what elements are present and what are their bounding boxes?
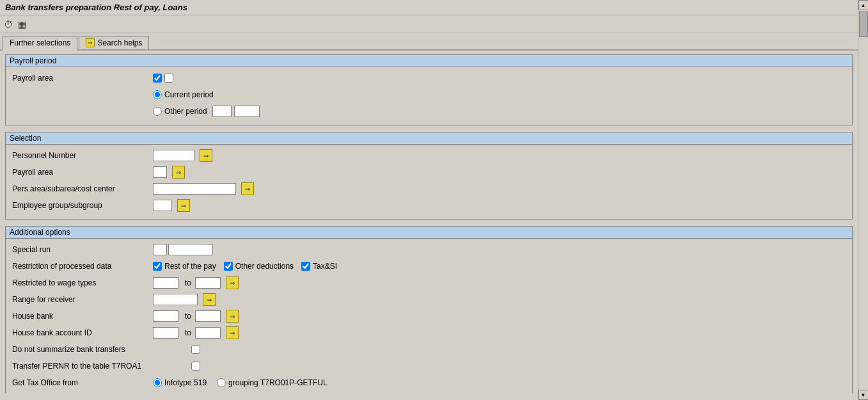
restriction-label: Restriction of processed data	[12, 262, 153, 271]
tab-bar: Further selections ⇒ Search helps	[0, 33, 868, 51]
house-bank-input1[interactable]	[153, 310, 178, 322]
employee-group-nav-btn[interactable]: ⇒	[177, 199, 190, 212]
additional-options-body: Special run Restriction of processed dat…	[6, 239, 852, 393]
get-tax-label: Get Tax Office from	[12, 378, 153, 387]
payroll-period-body: Payroll area Current period Other period	[6, 67, 852, 125]
other-period-label: Other period	[164, 107, 207, 116]
no-summarize-label: Do not summarize bank transfers	[12, 345, 191, 354]
other-period-radio[interactable]	[153, 107, 162, 116]
special-run-label: Special run	[12, 245, 153, 254]
get-tax-row: Get Tax Office from Infotype 519 groupin…	[12, 376, 846, 390]
grouping-label: grouping T7RO01P-GETFUL	[228, 378, 327, 387]
personnel-number-input[interactable]	[153, 150, 194, 161]
search-helps-label: Search helps	[97, 38, 142, 47]
current-period-radio[interactable]	[153, 90, 162, 99]
personnel-number-nav-btn[interactable]: ⇒	[200, 149, 212, 162]
range-receiver-input[interactable]	[153, 294, 198, 305]
pers-area-label: Pers.area/subarea/cost center	[12, 184, 153, 193]
house-bank-account-row: House bank account ID to ⇒	[12, 326, 846, 340]
current-period-label: Current period	[164, 90, 214, 99]
other-period-row: Other period	[12, 104, 846, 118]
house-bank-nav-btn[interactable]: ⇒	[226, 310, 239, 323]
transfer-pernr-checkbox[interactable]	[191, 362, 200, 371]
tax-si-text: Tax&SI	[313, 262, 337, 271]
pers-area-nav-btn[interactable]: ⇒	[241, 182, 254, 195]
restricted-wage-nav-btn[interactable]: ⇒	[226, 276, 239, 289]
current-period-row: Current period	[12, 88, 846, 102]
special-run-row: Special run	[12, 243, 846, 257]
restricted-wage-label: Restricted to wage types	[12, 278, 153, 287]
house-bank-account-input2[interactable]	[195, 327, 221, 339]
scroll-up-arrow[interactable]: ▲	[858, 0, 869, 10]
house-bank-account-label: House bank account ID	[12, 328, 153, 337]
page-title: Bank transfers preparation Rest of pay, …	[5, 3, 187, 12]
to-label3: to	[185, 328, 191, 337]
to-label1: to	[185, 278, 191, 287]
additional-options-header: Additional options	[6, 227, 852, 239]
employee-group-label: Employee group/subgroup	[12, 201, 153, 210]
selection-header: Selection	[6, 132, 852, 145]
search-helps-tab[interactable]: ⇒ Search helps	[79, 36, 149, 49]
pers-area-row: Pers.area/subarea/cost center ⇒	[12, 182, 846, 196]
selection-payroll-area-input[interactable]	[153, 166, 167, 178]
title-bar: Bank transfers preparation Rest of pay, …	[0, 0, 868, 15]
employee-group-row: Employee group/subgroup ⇒	[12, 198, 846, 212]
restricted-wage-row: Restricted to wage types to ⇒	[12, 276, 846, 290]
other-deductions-checkbox[interactable]	[224, 262, 233, 271]
payroll-period-header: Payroll period	[6, 55, 852, 67]
payroll-area-row: Payroll area	[12, 71, 846, 85]
no-summarize-checkbox[interactable]	[191, 345, 200, 354]
payroll-area-label: Payroll area	[12, 74, 153, 83]
special-run-input1[interactable]	[153, 244, 167, 255]
toolbar: ⏱ ▦	[0, 15, 868, 33]
selection-body: Personnel Number ⇒ Payroll area ⇒ Pers.a…	[6, 145, 852, 219]
grouping-radio[interactable]	[217, 378, 226, 387]
restricted-wage-input2[interactable]	[195, 277, 221, 289]
house-bank-label: House bank	[12, 312, 153, 321]
special-run-input2[interactable]	[168, 244, 213, 255]
to-label2: to	[185, 312, 191, 321]
restriction-row: Restriction of processed data Rest of th…	[12, 259, 846, 273]
personnel-number-label: Personnel Number	[12, 151, 153, 160]
payroll-period-section: Payroll period Payroll area Current peri…	[5, 54, 853, 125]
scroll-thumb[interactable]	[859, 12, 868, 37]
selection-section: Selection Personnel Number ⇒ Payroll are…	[5, 132, 853, 220]
clock-icon[interactable]: ⏱	[4, 19, 13, 29]
rest-of-pay-text: Rest of the pay	[164, 262, 216, 271]
grid-icon[interactable]: ▦	[18, 19, 26, 29]
further-selections-tab[interactable]: Further selections	[3, 36, 77, 51]
personnel-number-row: Personnel Number ⇒	[12, 148, 846, 163]
additional-options-section: Additional options Special run Restricti…	[5, 226, 853, 393]
other-period-input2[interactable]	[234, 106, 260, 117]
range-receiver-row: Range for receiver ⇒	[12, 292, 846, 307]
range-receiver-label: Range for receiver	[12, 295, 153, 304]
house-bank-row: House bank to ⇒	[12, 309, 846, 323]
restricted-wage-input1[interactable]	[153, 277, 178, 289]
other-period-input1[interactable]	[212, 106, 232, 117]
selection-payroll-area-nav-btn[interactable]: ⇒	[172, 166, 185, 179]
no-summarize-row: Do not summarize bank transfers	[12, 342, 846, 356]
infotype-519-label: Infotype 519	[164, 378, 207, 387]
house-bank-account-nav-btn[interactable]: ⇒	[226, 326, 239, 339]
main-content: Payroll period Payroll area Current peri…	[0, 51, 868, 393]
scroll-down-arrow[interactable]: ▼	[858, 390, 869, 400]
pers-area-input[interactable]	[153, 183, 236, 195]
rest-of-pay-checkbox[interactable]	[153, 262, 162, 271]
range-receiver-nav-btn[interactable]: ⇒	[203, 293, 216, 306]
selection-payroll-area-row: Payroll area ⇒	[12, 165, 846, 179]
infotype-519-radio[interactable]	[153, 378, 162, 387]
transfer-pernr-label: Transfer PERNR to the table T7ROA1	[12, 362, 191, 371]
tax-si-checkbox[interactable]	[301, 262, 310, 271]
payroll-area-checkbox2[interactable]	[164, 74, 173, 83]
employee-group-input[interactable]	[153, 200, 172, 211]
further-selections-label: Further selections	[10, 38, 70, 47]
transfer-pernr-row: Transfer PERNR to the table T7ROA1	[12, 359, 846, 373]
selection-payroll-area-label: Payroll area	[12, 168, 153, 177]
payroll-area-checkbox1[interactable]	[153, 74, 162, 83]
house-bank-input2[interactable]	[195, 310, 221, 322]
house-bank-account-input1[interactable]	[153, 327, 178, 339]
other-deductions-text: Other deductions	[235, 262, 294, 271]
search-helps-arrow-icon: ⇒	[86, 38, 95, 47]
